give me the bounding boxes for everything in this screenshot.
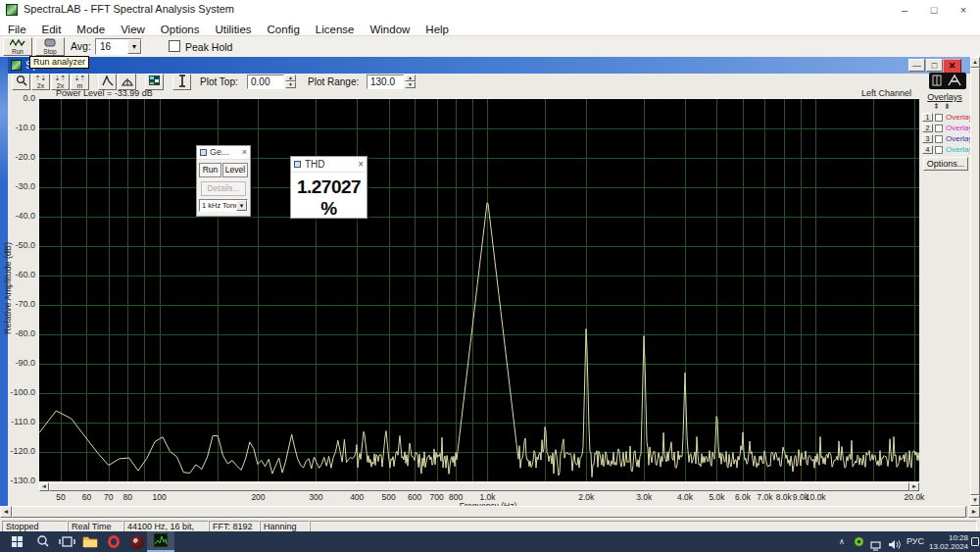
search-button[interactable] (31, 531, 55, 552)
run-button[interactable]: Run (3, 37, 32, 56)
plot-top-spin-up-icon[interactable]: ▲ (285, 75, 296, 81)
horizontal-scrollbar-thumb[interactable] (12, 506, 966, 518)
maximize-button[interactable]: □ (919, 1, 949, 21)
clock[interactable]: 10:28 13.02.2024 (929, 533, 968, 551)
tray-green-status-icon[interactable] (855, 537, 863, 546)
minimize-button[interactable]: – (890, 1, 919, 21)
generator-dialog: Ge... × Run Level Details... 1 kHz Tone … (196, 145, 251, 217)
volume-icon[interactable] (888, 536, 901, 552)
windows-taskbar: ∧ РУС 10:28 13.02.2024 (0, 531, 980, 552)
vertical-scrollbar[interactable]: ▲ ▼ (970, 57, 980, 506)
peak-cursor-icon (102, 75, 114, 86)
generator-title-bar[interactable]: Ge... × (197, 146, 250, 160)
task-view-button[interactable] (55, 531, 78, 552)
close-button[interactable]: × (949, 1, 978, 21)
generator-run-button[interactable]: Run (199, 163, 221, 177)
stop-button[interactable]: Stop (35, 37, 65, 56)
file-explorer-button[interactable] (78, 531, 102, 552)
action-center-icon[interactable] (971, 537, 979, 546)
scroll-down-icon[interactable]: ▼ (970, 495, 980, 506)
peak-hold-checkbox[interactable] (169, 40, 180, 52)
y-tick-label: -10.0 (6, 124, 35, 132)
overlay-checkbox[interactable] (935, 125, 943, 132)
overlay-number-button[interactable]: 1 (922, 113, 933, 122)
x-tick-label: 20.0k (893, 493, 936, 502)
trace-annotation-icon (929, 73, 966, 89)
plot-top-spin-down-icon[interactable]: ▼ (285, 81, 296, 88)
scroll-right-icon[interactable]: ► (968, 506, 980, 518)
avg-select[interactable]: 16 ▼ (95, 38, 142, 55)
generator-tone-dropdown-icon[interactable]: ▼ (236, 200, 247, 211)
window-title: SpectraLAB - FFT Spectral Analysis Syste… (24, 3, 234, 15)
y-tick-label: -80.0 (6, 329, 35, 338)
app-icon (6, 4, 18, 16)
x-tick-label: 10.0k (794, 493, 837, 502)
spectrum-plot[interactable] (39, 98, 919, 481)
generator-level-button[interactable]: Level (222, 163, 248, 177)
plot-scroll-left-icon[interactable]: ◄ (39, 482, 49, 491)
zoom-in-2x-button[interactable]: ⇡⇣2x (31, 74, 50, 90)
plot-scrollbar[interactable]: ◄ ► (39, 482, 919, 491)
plot-range-spin-up-icon[interactable]: ▲ (405, 75, 416, 81)
start-button[interactable] (6, 531, 29, 552)
plot-top-input[interactable]: 0.00 (247, 75, 284, 89)
avg-dropdown-arrow-icon[interactable]: ▼ (127, 39, 141, 54)
plot-top-spinner[interactable]: ▲▼ (285, 75, 296, 89)
spectrum-trace-svg (39, 99, 919, 481)
overlay-checkbox[interactable] (935, 135, 943, 143)
clear-column-icon: ⇟ (944, 102, 951, 111)
spectrum-maximize-button[interactable]: □ (926, 59, 943, 72)
opera-button[interactable] (102, 531, 125, 552)
stop-button-label: Stop (36, 48, 64, 55)
thd-value: 1.27027 % (291, 176, 367, 220)
trace-annotation-button[interactable] (929, 73, 966, 89)
language-indicator[interactable]: РУС (906, 531, 924, 552)
overlay-checkbox[interactable] (935, 114, 943, 122)
scroll-left-icon[interactable]: ◄ (0, 506, 12, 518)
vertical-scrollbar-thumb[interactable] (970, 68, 980, 495)
plot-range-spin-down-icon[interactable]: ▼ (405, 81, 416, 88)
bars-icon (122, 75, 133, 86)
spectralab-taskbar-button[interactable] (147, 531, 174, 552)
zoom-select-button[interactable] (12, 74, 30, 90)
plot-scroll-right-icon[interactable]: ► (909, 482, 919, 491)
thd-close-icon[interactable]: × (358, 157, 364, 172)
overlays-title: Overlays (921, 92, 968, 102)
y-tick-label: -120.0 (6, 447, 35, 456)
spectrum-window-icon (11, 60, 22, 71)
scroll-up-icon[interactable]: ▲ (970, 57, 980, 68)
power-level-readout: Power Level = -33.99 dB (56, 89, 153, 98)
x-tick-label: 3.0k (622, 493, 665, 502)
x-tick-label: 200 (236, 493, 279, 502)
y-tick-label: -70.0 (6, 300, 35, 309)
overlay-number-button[interactable]: 3 (922, 134, 933, 143)
search-icon (31, 531, 55, 552)
plot-range-spinner[interactable]: ▲▼ (405, 75, 416, 89)
avg-label: Avg: (71, 40, 91, 52)
generator-window-icon (200, 149, 207, 156)
main-toolbar: Run Stop Avg: 16 ▼ Peak Hold (0, 35, 980, 57)
plot-range-label: Plot Range: (308, 76, 359, 87)
plot-top-label: Plot Top: (200, 76, 238, 87)
marker-mode-button[interactable] (172, 74, 191, 90)
plot-scrollbar-thumb[interactable] (49, 482, 909, 491)
generator-tone-select[interactable]: 1 kHz Tone ▼ (199, 199, 248, 212)
spectrum-minimize-button[interactable]: — (908, 59, 925, 72)
generator-details-button[interactable]: Details... (201, 181, 246, 196)
y-tick-label: -50.0 (6, 241, 35, 250)
media-app-button[interactable] (125, 531, 149, 552)
spectrum-close-button[interactable]: ✕ (943, 59, 961, 74)
media-dial-icon (130, 535, 144, 549)
plot-range-input[interactable]: 130.0 (367, 75, 404, 89)
menu-bar: FileEditModeViewOptionsUtilitiesConfigLi… (0, 20, 980, 35)
tray-expand-button[interactable]: ∧ (839, 531, 845, 552)
overlay-checkbox[interactable] (935, 146, 943, 154)
overlay-options-button[interactable]: Options... (923, 157, 968, 171)
network-icon[interactable] (870, 537, 883, 552)
thd-title-bar[interactable]: THD × (291, 157, 367, 173)
overlay-number-button[interactable]: 2 (922, 124, 933, 132)
spectrum-trace (39, 203, 919, 477)
generator-close-icon[interactable]: × (242, 146, 247, 159)
horizontal-scrollbar[interactable]: ◄ ► (0, 506, 980, 518)
overlay-number-button[interactable]: 4 (922, 145, 933, 154)
